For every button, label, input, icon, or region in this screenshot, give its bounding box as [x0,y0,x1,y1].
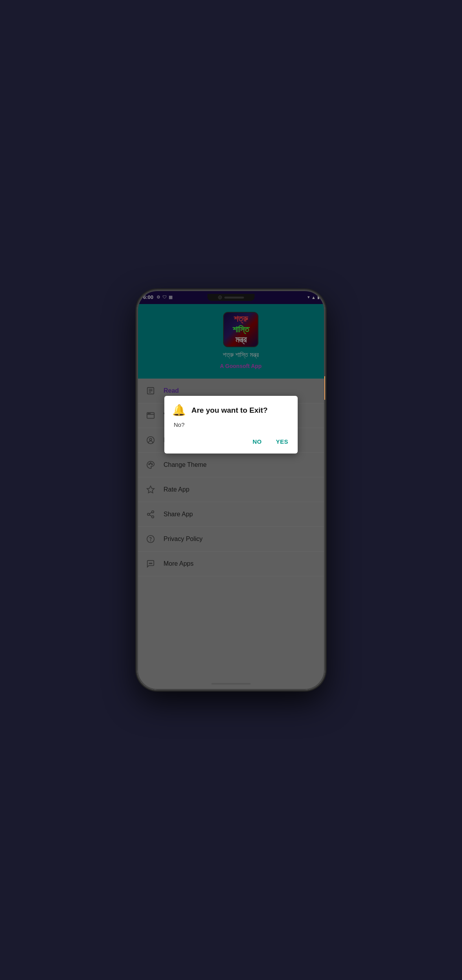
exit-dialog: 🔔 Are you want to Exit? No? NO YES [164,396,298,454]
home-bar [211,683,251,685]
dialog-title-row: 🔔 Are you want to Exit? [172,404,290,417]
exit-dialog-icon: 🔔 [172,404,186,417]
dialog-overlay: 🔔 Are you want to Exit? No? NO YES [137,290,325,690]
dialog-no-button[interactable]: NO [251,436,264,447]
camera [218,295,222,299]
dialog-yes-button[interactable]: YES [274,436,290,447]
exit-dialog-title: Are you want to Exit? [191,406,267,415]
speaker [224,297,244,299]
phone-frame: 6:00 ⚙ 🛡 ▦ ▾ ▲ ▮ শত্রু শাস্তি মন্ত্র [137,290,325,690]
notch [207,294,255,301]
exit-dialog-body: No? [172,421,290,428]
screen: 6:00 ⚙ 🛡 ▦ ▾ ▲ ▮ শত্রু শাস্তি মন্ত্র [137,290,325,690]
dialog-buttons: NO YES [172,436,290,449]
volume-button [324,376,325,400]
